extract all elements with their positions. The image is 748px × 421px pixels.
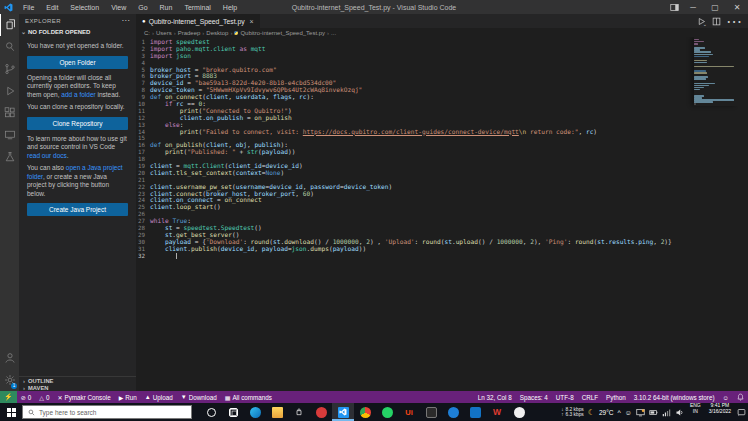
meet-now-icon[interactable]: ☺ [625, 409, 632, 416]
taskbar-app-camera-app[interactable] [420, 403, 442, 421]
sidebar-section-maven[interactable]: ›MAVEN [19, 384, 136, 391]
taskbar-app-chrome[interactable] [354, 403, 376, 421]
code-line[interactable]: 9def on_connect(client, userdata, flags,… [136, 94, 748, 101]
code-line[interactable]: 14 print("Failed to connect, visit: http… [136, 129, 748, 136]
menu-run[interactable]: Run [155, 2, 178, 13]
status-errors[interactable]: ⊘0 [17, 391, 36, 403]
taskbar-app-task-view[interactable] [222, 403, 244, 421]
account-icon[interactable] [0, 347, 19, 369]
run-debug-icon[interactable] [0, 80, 19, 102]
status-right-item[interactable]: 3.10.2 64-bit (windows store) [630, 391, 719, 403]
taskbar-app-uipath[interactable]: Ui [398, 403, 420, 421]
code-line[interactable]: 12 client.on_publish = on_publish [136, 115, 748, 122]
breadcrumb-item[interactable]: Desktop [206, 30, 228, 36]
menu-terminal[interactable]: Terminal [179, 2, 215, 13]
source-control-icon[interactable] [0, 58, 19, 80]
code-editor[interactable]: 1import speedtest2import paho.mqtt.clien… [136, 37, 748, 391]
run-dropdown-icon[interactable]: ⌄ [703, 21, 707, 27]
breadcrumb-item[interactable]: C: [144, 30, 150, 36]
menu-view[interactable]: View [106, 2, 131, 13]
sidebar-link[interactable]: read our docs [27, 152, 67, 159]
status-all-commands[interactable]: ▦All commands [221, 391, 276, 403]
search-icon[interactable] [0, 36, 19, 58]
status-warnings[interactable]: △0 [35, 391, 53, 403]
tab-close-icon[interactable]: × [250, 18, 254, 25]
taskbar-app-wps-office[interactable]: W [486, 403, 508, 421]
taskbar-app-microsoft-store[interactable] [288, 403, 310, 421]
code-line[interactable]: 3import json [136, 53, 748, 60]
taskbar-app-circle-app[interactable] [508, 403, 530, 421]
breadcrumb[interactable]: C:›Users›Pradeep›Desktop›Qubitro-interne… [136, 28, 748, 37]
code-line[interactable]: 2import paho.mqtt.client as mqtt [136, 46, 748, 53]
network-signal-icon[interactable] [662, 408, 671, 417]
breadcrumb-item[interactable]: Qubitro-internet_Speed_Test.py [240, 30, 325, 36]
notification-center-icon[interactable] [737, 408, 746, 417]
taskbar-app-link-app[interactable] [464, 403, 486, 421]
menu-go[interactable]: Go [133, 2, 152, 13]
extensions-icon[interactable] [0, 102, 19, 124]
taskbar-app-red-app[interactable] [310, 403, 332, 421]
taskbar-app-edge[interactable] [244, 403, 266, 421]
status-right-item[interactable]: Ln 32, Col 8 [474, 391, 516, 403]
menu-file[interactable]: File [18, 2, 39, 13]
no-folder-section-header[interactable]: ⌄ NO FOLDER OPENED [19, 27, 136, 36]
start-button[interactable] [0, 403, 22, 421]
create-java-project-button[interactable]: Create Java Project [27, 203, 128, 216]
python-file-icon [234, 31, 238, 35]
vscode-logo-icon [4, 3, 13, 12]
menu-edit[interactable]: Edit [41, 2, 63, 13]
code-line[interactable]: 24client.on_connect = on_connect [136, 197, 748, 204]
status-pymakr-console[interactable]: ✕Pymakr Console [53, 391, 114, 403]
breadcrumb-item[interactable]: Pradeep [178, 30, 201, 36]
code-line[interactable]: 5broker_host = "broker.qubitro.com" [136, 67, 748, 74]
remote-explorer-icon[interactable] [0, 124, 19, 146]
code-line[interactable]: 17 print("Published: " + str(payload)) [136, 149, 748, 156]
remote-indicator[interactable]: ⚡ [0, 391, 17, 403]
clone-repository-button[interactable]: Clone Repository [27, 117, 128, 130]
minimap[interactable] [694, 37, 738, 106]
status-right-item[interactable]: Python [602, 391, 630, 403]
explorer-icon[interactable] [0, 14, 19, 36]
layout-toggle-icon[interactable] [666, 0, 682, 14]
taskbar-search-input[interactable]: Type here to search [22, 405, 192, 419]
status-run[interactable]: ▶Run [115, 391, 141, 403]
language-indicator[interactable]: ENGIN [688, 403, 703, 421]
status-right-item[interactable]: CRLF [578, 391, 602, 403]
tray-overflow-chevron-icon[interactable]: ^ [617, 409, 620, 416]
sidebar-link[interactable]: add a folder [61, 91, 95, 98]
display-icon[interactable] [636, 408, 645, 417]
taskbar-app-blue-app[interactable] [442, 403, 464, 421]
code-line[interactable]: 25client.loop_start() [136, 204, 748, 211]
status-right-item[interactable]: Spaces: 4 [516, 391, 552, 403]
scrollbar[interactable] [738, 37, 748, 391]
taskbar-app-whatsapp[interactable] [376, 403, 398, 421]
bell-icon[interactable] [733, 391, 748, 403]
status-right-item[interactable]: UTF-8 [552, 391, 578, 403]
testing-icon[interactable] [0, 146, 19, 168]
volume-icon[interactable] [675, 408, 684, 417]
status-upload[interactable]: ▲Upload [141, 391, 177, 403]
code-line[interactable]: 32 [136, 253, 748, 260]
breadcrumb-item[interactable]: Users [156, 30, 172, 36]
sidebar-section-outline[interactable]: ›OUTLINE [19, 377, 136, 384]
temperature[interactable]: 29°C [599, 409, 614, 416]
code-line[interactable]: 26 [136, 211, 748, 218]
menu-help[interactable]: Help [218, 2, 242, 13]
status-download[interactable]: ▼Download [177, 391, 221, 403]
code-line[interactable]: 20client.tls_set_context(context=None) [136, 170, 748, 177]
sidebar-more-actions-icon[interactable]: ⋯ [122, 16, 130, 25]
clock[interactable]: 9:41 PM3/16/2022 [707, 403, 733, 421]
breadcrumb-item[interactable]: ... [331, 30, 336, 36]
uipath-icon: Ui [404, 407, 415, 418]
taskbar-app-file-explorer[interactable] [266, 403, 288, 421]
open-folder-button[interactable]: Open Folder [27, 56, 128, 69]
taskbar-app-cortana[interactable] [200, 403, 222, 421]
settings-icon[interactable]: 1 [0, 369, 19, 391]
file-explorer-icon [272, 407, 283, 418]
code-line[interactable]: 31 client.publish(device_id, payload=jso… [136, 246, 748, 253]
battery-icon[interactable] [649, 408, 658, 417]
weather-moon-icon[interactable]: ☾ [588, 408, 595, 417]
tab-qubitro-file[interactable]: ● Qubitro-internet_Speed_Test.py × [136, 14, 260, 28]
taskbar-app-vscode[interactable] [332, 403, 354, 421]
menu-selection[interactable]: Selection [65, 2, 104, 13]
